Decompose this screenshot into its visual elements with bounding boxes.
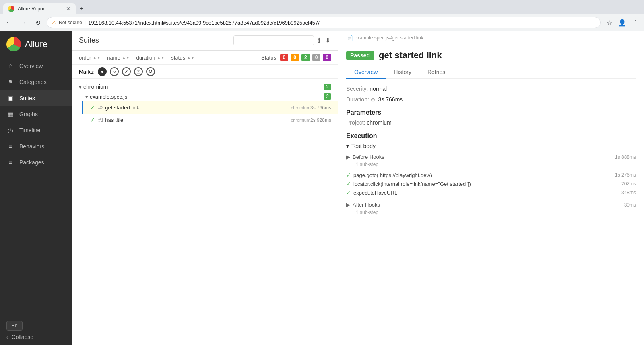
before-hooks-time: 1s 888ms [615, 154, 636, 160]
favicon-icon [8, 6, 14, 12]
suite-group-chromium: ▾ chromium 2 ▾ example.spec.js 2 ✓ #2 ge… [72, 82, 338, 126]
suites-panel: Suites ℹ ⬇ order ▲▼ name ▲▼ duration ▲▼ … [72, 31, 338, 345]
home-icon: ⌂ [6, 62, 14, 70]
after-hooks-header[interactable]: ▶ After Hooks 30ms [346, 200, 636, 209]
clock-icon: ◷ [6, 126, 14, 134]
sort-name-label: name [107, 55, 120, 61]
sort-status-arrow: ▲▼ [187, 55, 195, 60]
menu-button[interactable]: ⋮ [630, 17, 641, 28]
sidebar-item-overview[interactable]: ⌂ Overview [0, 58, 72, 74]
sort-duration[interactable]: duration ▲▼ [136, 55, 165, 61]
reload-button[interactable]: ↻ [32, 17, 43, 28]
duration-row: Duration: ⊙ 3s 766ms [346, 96, 636, 103]
status-count-unknown[interactable]: 0 [323, 54, 331, 61]
mark-icon-5[interactable]: ↺ [146, 67, 155, 76]
sidebar-item-label-packages: Packages [19, 159, 44, 166]
not-secure-icon: ⚠ [52, 20, 56, 25]
status-count-broken[interactable]: 0 [291, 54, 299, 61]
sort-order[interactable]: order ▲▼ [79, 55, 101, 61]
chevron-right-icon-after: ▶ [346, 202, 350, 208]
suite-group-count: 2 [324, 84, 331, 90]
test-row-1[interactable]: ✓ #2 get started link chromium 3s 766ms [82, 101, 338, 114]
status-count-skipped[interactable]: 0 [312, 54, 321, 61]
before-hooks-label: Before Hooks [353, 154, 384, 160]
passed-badge: Passed [346, 51, 374, 60]
suites-content: ▾ chromium 2 ▾ example.spec.js 2 ✓ #2 ge… [72, 79, 338, 345]
mark-icon-2[interactable]: ○ [110, 67, 119, 76]
test-row-2[interactable]: ✓ #1 has title chromium 2s 928ms [82, 114, 338, 126]
step-time-3: 348ms [621, 190, 636, 195]
sidebar-item-suites[interactable]: ▣ Suites [0, 90, 72, 106]
step-time-1: 1s 276ms [615, 172, 636, 178]
severity-row: Severity: normal [346, 86, 636, 92]
forward-button[interactable]: → [18, 17, 29, 28]
detail-tabs: Overview History Retries [346, 66, 636, 79]
suites-header: Suites ℹ ⬇ [72, 31, 338, 51]
sort-duration-label: duration [136, 55, 155, 61]
test-tag-1: chromium [291, 105, 310, 110]
sidebar-item-categories[interactable]: ⚑ Categories [0, 74, 72, 90]
project-row: Project: chromium [346, 119, 636, 126]
marks-bar: Marks: ● ○ ✓ ⊡ ↺ [72, 65, 338, 79]
sidebar-bottom: En ‹ Collapse [0, 316, 72, 345]
before-hooks-header[interactable]: ▶ Before Hooks 1s 888ms [346, 152, 636, 162]
test-body-header[interactable]: ▾ Test body [346, 143, 636, 149]
mark-icon-1[interactable]: ● [98, 67, 107, 76]
tab-retries[interactable]: Retries [419, 66, 453, 79]
sort-name-arrow: ▲▼ [122, 55, 130, 60]
step-check-3: ✓ [346, 189, 351, 196]
sidebar-item-behaviors[interactable]: ≡ Behaviors [0, 138, 72, 154]
bookmark-button[interactable]: ☆ [604, 17, 615, 28]
sidebar: Allure ⌂ Overview ⚑ Categories ▣ Suites … [0, 31, 72, 345]
language-button[interactable]: En [6, 321, 23, 331]
status-filter: Status: 0 0 2 0 0 [261, 54, 331, 61]
sort-name[interactable]: name ▲▼ [107, 55, 130, 61]
before-hooks-group: ▶ Before Hooks 1s 888ms 1 sub-step [346, 152, 636, 167]
test-duration-2: 2s 928ms [310, 117, 331, 123]
test-name-1: get started link [105, 105, 288, 111]
collapse-button[interactable]: ‹ Collapse [6, 334, 66, 340]
execution-title: Execution [346, 132, 636, 140]
step-time-2: 202ms [621, 181, 636, 187]
marks-label: Marks: [79, 69, 95, 75]
status-count-failed[interactable]: 0 [280, 54, 289, 61]
spec-group-example: ▾ example.spec.js 2 ✓ #2 get started lin… [72, 92, 338, 126]
status-count-passed[interactable]: 2 [301, 54, 310, 61]
tab-title: Allure Report [18, 6, 63, 12]
sidebar-item-packages[interactable]: ≡ Packages [0, 154, 72, 170]
package-icon: ≡ [6, 158, 14, 166]
step-text-3: expect.toHaveURL [353, 190, 619, 196]
test-body-label: Test body [351, 143, 376, 149]
step-3: ✓ expect.toHaveURL 348ms [346, 188, 636, 197]
profile-button[interactable]: 👤 [617, 17, 628, 28]
sidebar-item-graphs[interactable]: ▦ Graphs [0, 106, 72, 122]
tab-history[interactable]: History [386, 66, 419, 79]
spec-header[interactable]: ▾ example.spec.js 2 [82, 92, 338, 101]
back-button[interactable]: ← [3, 17, 14, 28]
new-tab-button[interactable]: + [76, 3, 87, 14]
severity-value: normal [369, 86, 387, 92]
suite-group-header[interactable]: ▾ chromium 2 [72, 82, 338, 92]
sidebar-item-label-timeline: Timeline [19, 127, 40, 133]
step-2: ✓ locator.click(internal:role=link[name=… [346, 179, 636, 188]
mark-icon-3[interactable]: ✓ [122, 67, 131, 76]
url-text: 192.168.10.44:55371/index.html#suites/e9… [88, 20, 595, 26]
sort-status[interactable]: status ▲▼ [171, 55, 194, 61]
tab-close-button[interactable]: ✕ [66, 6, 71, 12]
not-secure-label: Not secure [59, 20, 82, 25]
browser-tab-active[interactable]: Allure Report ✕ [3, 3, 76, 14]
test-num-2: #1 [98, 117, 103, 123]
search-input[interactable] [233, 35, 314, 45]
address-bar[interactable]: ⚠ Not secure | 192.168.10.44:55371/index… [47, 17, 601, 28]
mark-icon-4[interactable]: ⊡ [134, 67, 143, 76]
sidebar-item-timeline[interactable]: ◷ Timeline [0, 122, 72, 138]
sidebar-item-label-suites: Suites [19, 95, 35, 101]
collapse-label: Collapse [12, 334, 33, 340]
tab-retries-label: Retries [427, 69, 445, 75]
download-button[interactable]: ⬇ [324, 36, 331, 45]
info-button[interactable]: ℹ [317, 36, 321, 45]
spec-count: 2 [324, 93, 331, 100]
tab-overview[interactable]: Overview [346, 66, 386, 79]
test-name-2: has title [105, 117, 288, 123]
severity-label: Severity: [346, 86, 368, 92]
